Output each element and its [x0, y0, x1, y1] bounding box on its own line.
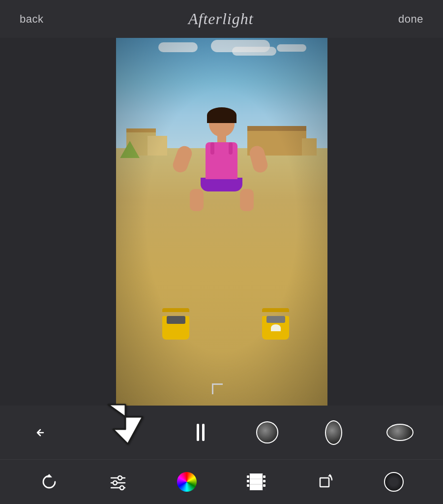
color-wheel-icon: [177, 472, 197, 492]
back-button[interactable]: back: [20, 13, 43, 26]
oval-landscape-tool[interactable]: [385, 418, 414, 447]
color-button[interactable]: [174, 468, 201, 495]
bucket-right: [262, 308, 289, 340]
vertical-lines-tool[interactable]: [186, 418, 215, 447]
beach-photo: [116, 38, 327, 406]
photo-wrapper: [116, 38, 327, 406]
crop-indicator: [207, 381, 236, 406]
oval-portrait-icon: [325, 420, 342, 445]
svg-rect-13: [247, 480, 249, 482]
cloud: [277, 44, 306, 52]
bottom-toolbar: [0, 406, 443, 504]
circle-vignette-icon: [256, 421, 278, 443]
svg-point-6: [113, 481, 117, 485]
girl-figure: [182, 111, 261, 191]
crop-rotate-icon: [316, 473, 334, 491]
crop-rotate-button[interactable]: [311, 468, 338, 495]
vertical-lines-icon: [197, 423, 205, 442]
svg-rect-15: [263, 475, 266, 478]
action-row: [0, 460, 443, 504]
sliders-icon: [109, 473, 127, 491]
svg-point-4: [118, 476, 122, 480]
svg-rect-16: [263, 480, 266, 482]
svg-marker-21: [328, 474, 332, 476]
reset-icon: [40, 473, 58, 491]
top-bar: back Afterlight done: [0, 0, 443, 38]
oval-landscape-icon: [386, 424, 413, 441]
svg-rect-14: [247, 484, 249, 487]
bucket-left: [162, 308, 189, 340]
svg-rect-17: [263, 484, 266, 487]
diagonal-arrow-tool[interactable]: [90, 410, 149, 455]
adjustments-button[interactable]: [105, 468, 132, 495]
filters-button[interactable]: [242, 468, 269, 495]
cloud: [232, 47, 276, 56]
reset-button[interactable]: [36, 468, 63, 495]
filmstrip-icon: [246, 473, 266, 490]
shape-tools-row: [0, 406, 443, 460]
cloud: [158, 42, 198, 52]
vignette-circle-icon: [384, 472, 404, 492]
crop-corner-tl: [212, 383, 223, 394]
oval-portrait-tool[interactable]: [319, 418, 348, 447]
svg-rect-12: [247, 475, 249, 478]
circle-vignette-tool[interactable]: [252, 418, 282, 447]
back-nav-button[interactable]: [29, 420, 53, 445]
left-arrow-icon: [33, 425, 48, 440]
app-title: Afterlight: [188, 10, 254, 28]
svg-rect-20: [320, 478, 329, 487]
done-button[interactable]: done: [398, 13, 423, 26]
vignette-button[interactable]: [380, 468, 407, 495]
photo-container: [0, 0, 443, 406]
svg-point-8: [120, 486, 124, 490]
